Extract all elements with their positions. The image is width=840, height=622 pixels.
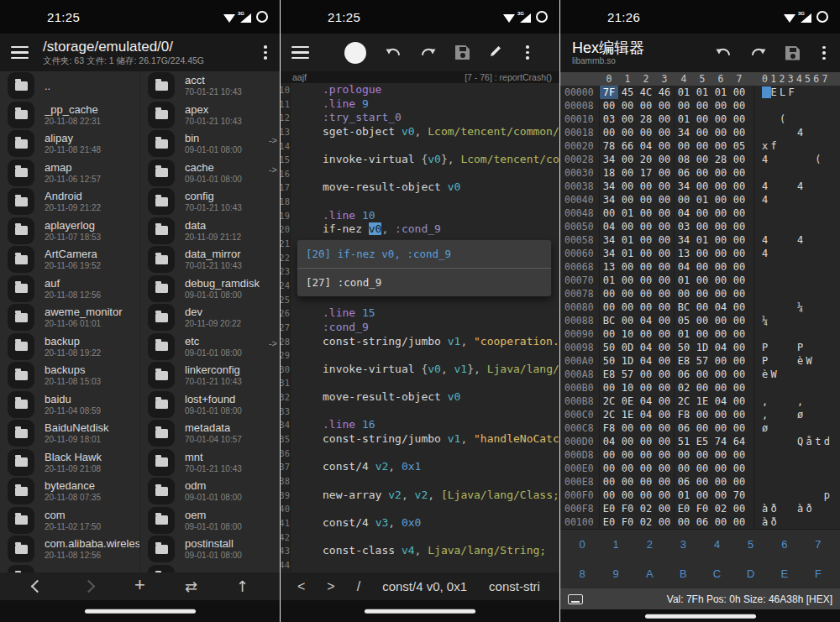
hex-byte[interactable]: 00 <box>655 126 674 139</box>
hex-byte[interactable]: 00 <box>637 126 655 139</box>
undo-icon[interactable] <box>385 45 402 60</box>
hex-byte[interactable]: 00 <box>637 180 655 193</box>
hex-byte[interactable]: 2C <box>600 395 618 408</box>
hex-byte[interactable]: 00 <box>711 126 730 139</box>
hex-byte[interactable]: 00 <box>730 206 748 220</box>
hex-byte[interactable]: 00 <box>655 435 674 448</box>
hex-byte[interactable]: 00 <box>637 421 655 435</box>
code-line[interactable]: 26.line 15 <box>281 306 559 321</box>
code-line[interactable]: 32move-result-object v0 <box>281 390 559 405</box>
hex-byte[interactable]: 00 <box>711 327 730 341</box>
hex-byte[interactable]: 00 <box>655 274 674 287</box>
hex-ascii[interactable]: èW <box>753 368 840 381</box>
file-tab[interactable]: aajf <box>292 72 307 82</box>
gesture-bar[interactable] <box>645 614 756 619</box>
hex-byte[interactable]: 04 <box>600 435 618 448</box>
hex-byte[interactable]: 34 <box>675 180 693 193</box>
hex-ascii[interactable]: , ø <box>753 408 840 421</box>
hex-ascii[interactable] <box>753 274 840 287</box>
hex-key-B[interactable]: B <box>680 567 687 580</box>
save-icon[interactable] <box>455 45 470 60</box>
hex-byte[interactable]: 00 <box>637 233 655 247</box>
hex-byte[interactable]: 00 <box>730 502 748 515</box>
hex-key-C[interactable]: C <box>713 567 721 580</box>
hex-byte[interactable]: 06 <box>675 475 693 489</box>
hex-byte[interactable]: 20 <box>637 153 655 166</box>
hex-ascii[interactable] <box>753 327 840 341</box>
code-line[interactable]: 33 <box>281 405 559 419</box>
hex-byte[interactable]: 04 <box>637 395 655 408</box>
hex-ascii[interactable]: xf <box>753 139 840 153</box>
hex-ascii[interactable]: ELF <box>753 86 840 99</box>
hex-byte[interactable]: 00 <box>655 287 674 301</box>
hex-byte[interactable]: 00 <box>693 368 711 381</box>
hex-byte[interactable]: 00 <box>711 515 730 529</box>
hex-byte[interactable]: 57 <box>618 368 637 381</box>
hex-key-A[interactable]: A <box>646 567 654 580</box>
hex-ascii[interactable]: àð <box>753 515 840 529</box>
hex-byte[interactable]: 00 <box>637 435 655 448</box>
hex-byte[interactable]: 00 <box>655 327 674 341</box>
hex-ascii[interactable] <box>753 287 840 301</box>
code-line[interactable]: 11.line 9 <box>281 97 559 112</box>
hex-byte[interactable]: 00 <box>730 247 748 260</box>
hex-byte[interactable]: 64 <box>730 435 748 448</box>
hex-byte[interactable]: 00 <box>637 381 655 395</box>
hex-byte[interactable]: 00 <box>711 206 730 220</box>
hex-byte[interactable]: BC <box>600 314 618 327</box>
folder-item[interactable]: etc09-01-01 08:00-> <box>140 332 280 362</box>
code-line[interactable]: 12:try_start_0 <box>281 111 559 125</box>
folder-item[interactable]: bin09-01-01 08:00-> <box>140 129 280 159</box>
hex-key-7[interactable]: 7 <box>815 538 821 551</box>
folder-item[interactable]: lost+found09-01-01 08:00 <box>140 390 280 420</box>
hex-byte[interactable]: 0D <box>618 341 637 354</box>
folder-item[interactable]: Android20-11-09 21:22 <box>0 187 139 217</box>
hex-byte[interactable]: 00 <box>730 287 748 301</box>
hex-byte[interactable]: 00 <box>693 139 711 153</box>
hex-byte[interactable]: 00 <box>711 233 730 247</box>
hex-byte[interactable]: 00 <box>655 341 674 354</box>
redo-icon[interactable] <box>420 45 437 60</box>
hex-byte[interactable]: 10 <box>618 381 637 395</box>
hex-ascii[interactable]: ( <box>753 112 840 126</box>
current-path[interactable]: /storage/emulated/0/ <box>43 39 204 54</box>
hex-byte[interactable]: 03 <box>675 220 693 233</box>
code-line[interactable]: 39new-array v2, v2, [Ljava/lang/Class; <box>281 489 559 503</box>
hex-ascii[interactable] <box>753 381 840 395</box>
folder-item[interactable]: apex70-01-21 10:43 <box>140 101 280 130</box>
folder-item[interactable]: acct70-01-21 10:43 <box>140 71 280 101</box>
hex-byte[interactable]: 00 <box>730 274 748 287</box>
hex-byte[interactable]: 00 <box>693 408 711 421</box>
hex-byte[interactable]: 01 <box>618 233 637 247</box>
folder-item[interactable]: com.alibaba.wireless20-11-08 12:56 <box>0 535 139 564</box>
hex-byte[interactable]: 00 <box>730 233 748 247</box>
hex-byte[interactable]: 01 <box>618 206 637 220</box>
hex-byte[interactable]: 02 <box>637 502 655 515</box>
hex-byte[interactable]: 34 <box>675 126 693 139</box>
hex-byte[interactable]: 04 <box>600 220 618 233</box>
gesture-bar[interactable] <box>85 609 196 614</box>
hex-byte[interactable]: 10 <box>618 327 637 341</box>
hex-byte[interactable]: 01 <box>675 489 693 502</box>
hex-byte[interactable]: 66 <box>618 139 637 153</box>
hex-byte[interactable]: 00 <box>693 274 711 287</box>
hex-byte[interactable]: 00 <box>655 220 674 233</box>
hex-byte[interactable]: 00 <box>711 139 730 153</box>
hex-byte[interactable]: 00 <box>637 206 655 220</box>
hex-byte[interactable]: 18 <box>600 166 618 180</box>
hex-byte[interactable]: 04 <box>637 341 655 354</box>
folder-item[interactable]: config70-01-21 10:43 <box>140 187 280 217</box>
edit-pencil-icon[interactable] <box>488 44 503 62</box>
hex-byte[interactable]: 04 <box>675 260 693 274</box>
hex-byte[interactable]: F0 <box>618 515 637 529</box>
hex-byte[interactable]: 00 <box>711 462 730 475</box>
hex-ascii[interactable]: P èW <box>753 354 840 368</box>
folder-item[interactable]: dev20-11-09 20:22 <box>140 303 280 332</box>
code-line[interactable]: 13sget-object v0, Lcom/tencent/common/ap… <box>281 125 559 139</box>
hex-byte[interactable]: 00 <box>600 489 618 502</box>
hex-byte[interactable]: 00 <box>693 421 711 435</box>
hex-byte[interactable]: 00 <box>675 193 693 206</box>
hex-byte[interactable]: 00 <box>637 287 655 301</box>
hex-byte[interactable]: E8 <box>675 354 693 368</box>
hex-key-3[interactable]: 3 <box>680 538 686 551</box>
